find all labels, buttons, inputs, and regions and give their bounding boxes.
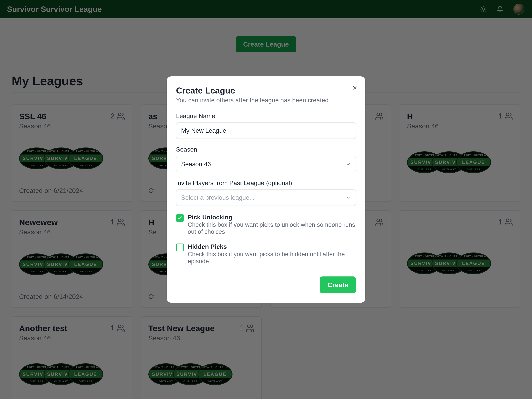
create-submit-button[interactable]: Create xyxy=(320,277,356,293)
pick-unlocking-title: Pick Unlocking xyxy=(188,214,356,221)
league-name-label: League Name xyxy=(176,112,356,120)
chevron-down-icon xyxy=(345,195,351,200)
season-label: Season xyxy=(176,146,356,153)
modal-overlay[interactable]: Create League You can invite others afte… xyxy=(0,0,532,399)
invite-label: Invite Players from Past League (optiona… xyxy=(176,180,356,187)
hidden-picks-checkbox[interactable] xyxy=(176,244,184,251)
check-icon xyxy=(177,216,182,220)
modal-close-button[interactable] xyxy=(350,83,359,94)
chevron-down-icon xyxy=(345,161,351,167)
modal-title: Create League xyxy=(176,86,356,96)
create-league-modal: Create League You can invite others afte… xyxy=(167,76,365,303)
close-icon xyxy=(352,85,358,90)
invite-past-league-select[interactable]: Select a previous league... xyxy=(176,189,356,206)
pick-unlocking-checkbox[interactable] xyxy=(176,214,184,222)
season-select[interactable]: Season 46 xyxy=(176,156,356,172)
hidden-picks-desc: Check this box if you want picks to be h… xyxy=(188,251,356,265)
hidden-picks-title: Hidden Picks xyxy=(188,243,356,250)
pick-unlocking-desc: Check this box if you want picks to unlo… xyxy=(188,221,356,235)
league-name-input[interactable]: My New League xyxy=(176,122,356,139)
modal-subtitle: You can invite others after the league h… xyxy=(176,97,356,104)
